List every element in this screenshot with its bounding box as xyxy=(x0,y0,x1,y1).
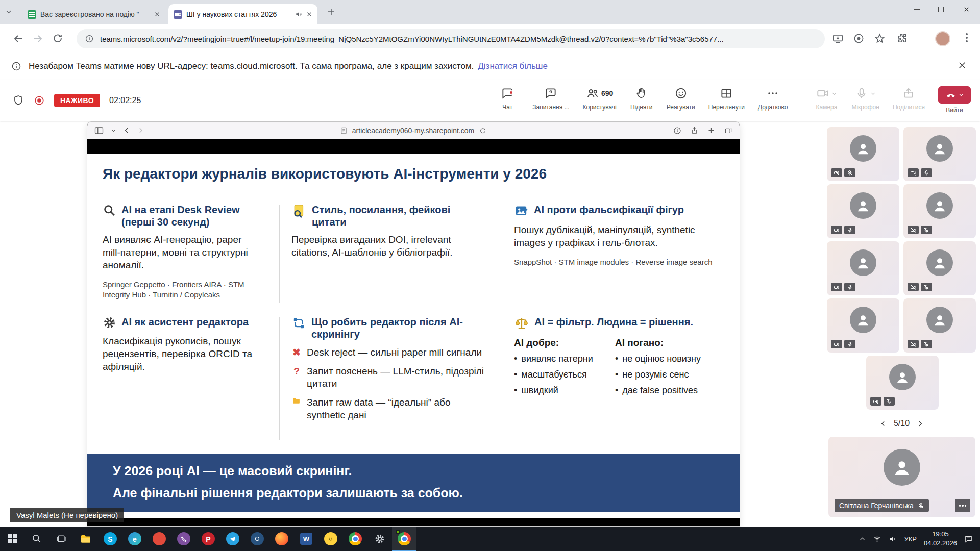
tab-close-icon[interactable] xyxy=(306,11,312,17)
mic-off-icon xyxy=(884,397,895,406)
bookmark-star-icon[interactable] xyxy=(874,33,886,44)
pager-next-icon[interactable] xyxy=(917,420,923,427)
extensions-puzzle-icon[interactable] xyxy=(896,33,908,44)
volume-icon[interactable] xyxy=(889,535,897,543)
start-button[interactable] xyxy=(0,527,24,551)
row-divider xyxy=(102,307,725,307)
leave-chevron-icon[interactable] xyxy=(959,92,964,97)
window-close-button[interactable] xyxy=(952,0,980,18)
chat-button[interactable]: Чат xyxy=(496,86,519,111)
shared-screen-region[interactable]: articleacademy060-my.sharepoint.com xyxy=(87,122,740,526)
camera-chevron-icon[interactable] xyxy=(831,91,837,96)
leave-button[interactable]: Вийти xyxy=(938,86,971,114)
participant-name-bar: Світлана Герчанівська xyxy=(835,499,929,512)
raise-hand-button[interactable]: Підняти xyxy=(630,86,653,111)
firefox-button[interactable] xyxy=(270,527,294,551)
tab-close-icon[interactable] xyxy=(154,11,160,17)
participant-avatar xyxy=(926,307,953,333)
participant-tile[interactable] xyxy=(827,184,899,238)
task-view-button[interactable] xyxy=(49,527,74,551)
notice-close-icon[interactable] xyxy=(958,61,967,70)
participant-name: Світлана Герчанівська xyxy=(839,502,914,510)
participant-tile[interactable] xyxy=(866,356,939,410)
network-icon[interactable] xyxy=(873,535,881,543)
app-red-button[interactable] xyxy=(147,527,172,551)
language-indicator[interactable]: УКР xyxy=(904,535,917,543)
camera-button[interactable]: Камера xyxy=(815,86,838,111)
more-button[interactable]: Додатково xyxy=(758,86,788,111)
app-navy-button[interactable] xyxy=(245,527,270,551)
lens-icon[interactable] xyxy=(853,33,865,44)
share-button[interactable]: Поділитися xyxy=(893,86,925,111)
participant-more-icon[interactable] xyxy=(955,499,970,512)
microphone-chevron-icon[interactable] xyxy=(870,91,876,96)
presence-dot xyxy=(396,530,400,534)
participant-tile[interactable] xyxy=(903,241,976,295)
address-bar[interactable]: teams.microsoft.com/v2/?meetingjoin=true… xyxy=(77,29,825,48)
participants-button[interactable]: 690 Користувачі xyxy=(582,86,616,111)
browser-menu-icon[interactable] xyxy=(966,33,968,44)
camera-off-icon xyxy=(831,340,842,348)
svg-text:S: S xyxy=(108,535,112,543)
live-caption-speaker-label: Vasyl Malets (Не перевірено) xyxy=(10,508,124,522)
refresh-button[interactable] xyxy=(52,33,63,44)
tray-expand-chevron-icon[interactable] xyxy=(859,536,866,542)
qa-button[interactable]: Запитання ... xyxy=(532,86,569,111)
profile-avatar[interactable] xyxy=(935,31,950,46)
hang-up-icon xyxy=(945,89,957,101)
cell-tools: Springer Geppetto · Frontiers AIRA · STM… xyxy=(103,280,256,300)
viber-button[interactable] xyxy=(172,527,196,551)
participant-tile[interactable] xyxy=(903,184,976,238)
skype-button[interactable]: S xyxy=(98,527,122,551)
participant-tile[interactable] xyxy=(903,127,976,181)
tab-search-chevron-icon[interactable] xyxy=(5,8,12,15)
file-explorer-button[interactable] xyxy=(74,527,98,551)
telegram-button[interactable] xyxy=(220,527,245,551)
pinterest-button[interactable]: P xyxy=(196,527,220,551)
window-maximize-button[interactable] xyxy=(929,0,952,18)
settings-button[interactable] xyxy=(368,527,392,551)
pager-previous-icon[interactable] xyxy=(880,420,887,427)
taskbar-clock[interactable]: 19:05 04.02.2026 xyxy=(924,530,957,547)
presentation-slide: Як редактори журналів використовують AI-… xyxy=(87,154,740,518)
taskbar-search-button[interactable] xyxy=(24,527,49,551)
participant-avatar xyxy=(926,249,953,276)
browser-tab-teams-meeting[interactable]: ШІ у наукових статтях 2026 xyxy=(168,4,317,24)
word-button[interactable]: W xyxy=(294,527,318,551)
cell-heading: AI = фільтр. Людина = рішення. xyxy=(534,316,693,331)
browser-tab-event-registration[interactable]: Вас зареєстровано на подію " xyxy=(22,4,165,24)
forward-button[interactable] xyxy=(32,33,44,45)
meeting-controls-group: Чат Запитання ... 690 Користувачі Піднят… xyxy=(496,80,971,121)
save-share-icon[interactable] xyxy=(832,33,844,44)
participant-tile[interactable] xyxy=(827,298,899,353)
chrome-active-button[interactable] xyxy=(392,527,416,551)
windows-taskbar: S e P W УКР 19:05 04.02.2026 xyxy=(0,527,980,551)
learn-more-link[interactable]: Дізнатися більше xyxy=(478,61,548,71)
microphone-button[interactable]: Мікрофон xyxy=(851,86,879,111)
banner-line-2: Але фінальні рішення редактори залишають… xyxy=(113,486,740,500)
cell-heading: AI проти фальсифікації фігур xyxy=(534,204,684,218)
action-center-icon[interactable] xyxy=(964,535,973,543)
window-minimize-button[interactable] xyxy=(905,0,929,18)
event-tab-favicon-icon xyxy=(28,10,36,19)
participant-tile[interactable] xyxy=(903,298,976,353)
new-tab-button[interactable] xyxy=(327,7,336,16)
mic-off-icon xyxy=(844,226,855,234)
ai-bad-column: AI погано: не оцінює новизну не розуміє … xyxy=(615,337,728,396)
react-button[interactable]: Реагувати xyxy=(667,86,695,111)
edge-button[interactable]: e xyxy=(122,527,147,551)
view-button[interactable]: Переглянути xyxy=(708,86,745,111)
chrome-button[interactable] xyxy=(343,527,368,551)
page-icon xyxy=(340,127,347,134)
tab-audio-speaker-icon[interactable] xyxy=(295,11,302,18)
site-info-icon[interactable] xyxy=(85,34,94,43)
participant-tile[interactable] xyxy=(827,127,899,181)
cell-body: Класифікація рукописів, пошук рецензенті… xyxy=(103,335,260,373)
emoji-app-button[interactable] xyxy=(318,527,343,551)
back-button[interactable] xyxy=(12,33,24,45)
participant-tile[interactable] xyxy=(827,241,899,295)
task-view-icon xyxy=(56,534,66,544)
featured-participant-tile[interactable]: Світлана Герчанівська xyxy=(828,437,975,517)
mic-off-icon xyxy=(844,168,855,177)
camera-off-icon xyxy=(908,168,919,177)
